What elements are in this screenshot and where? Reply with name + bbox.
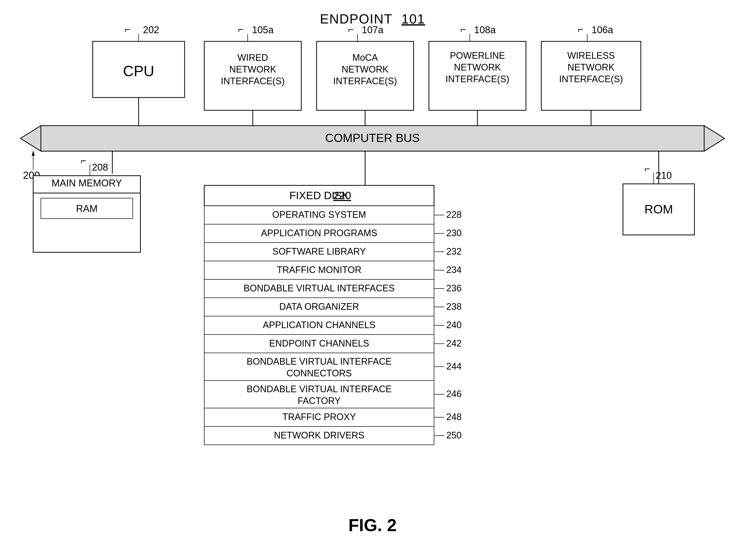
svg-text:⌐: ⌐ [348,24,354,35]
diagram: ENDPOINT 101 202 ⌐ 105a ⌐ 107a ⌐ 108a ⌐ … [0,0,745,560]
svg-marker-46 [32,151,35,156]
svg-text:WIRED: WIRED [237,52,268,63]
svg-text:FACTORY: FACTORY [298,396,341,406]
svg-text:234: 234 [446,265,462,275]
svg-text:NETWORK: NETWORK [229,64,276,74]
svg-text:208: 208 [92,162,108,173]
svg-text:MoCA: MoCA [352,52,378,63]
svg-text:COMPUTER BUS: COMPUTER BUS [325,131,420,145]
svg-text:WIRELESS: WIRELESS [567,50,615,61]
svg-text:NETWORK: NETWORK [568,62,615,72]
svg-text:POWERLINE: POWERLINE [450,50,505,61]
svg-text:⌐: ⌐ [460,24,466,35]
svg-text:228: 228 [446,209,462,220]
svg-text:INTERFACE(S): INTERFACE(S) [446,74,509,84]
svg-text:SOFTWARE LIBRARY: SOFTWARE LIBRARY [272,246,366,257]
svg-text:⌐: ⌐ [644,163,650,174]
svg-text:107a: 107a [362,25,384,35]
svg-text:238: 238 [446,301,462,312]
svg-text:220: 220 [333,189,351,201]
svg-text:OPERATING SYSTEM: OPERATING SYSTEM [272,209,366,220]
svg-text:NETWORK: NETWORK [454,62,501,72]
svg-text:232: 232 [446,246,462,257]
svg-text:RAM: RAM [76,203,98,214]
svg-text:210: 210 [656,170,672,181]
svg-text:244: 244 [446,361,462,372]
svg-text:108a: 108a [474,25,496,35]
svg-marker-42 [704,126,724,151]
svg-text:246: 246 [446,388,462,399]
svg-marker-41 [21,126,41,151]
svg-text:NETWORK DRIVERS: NETWORK DRIVERS [274,430,364,440]
svg-text:ROM: ROM [644,203,673,216]
svg-text:BONDABLE VIRTUAL INTERFACE: BONDABLE VIRTUAL INTERFACE [247,384,392,394]
svg-text:230: 230 [446,228,462,238]
svg-text:105a: 105a [252,25,274,35]
svg-text:BONDABLE VIRTUAL INTERFACES: BONDABLE VIRTUAL INTERFACES [244,283,395,293]
svg-text:240: 240 [446,320,462,330]
diagram-svg: 202 ⌐ 105a ⌐ 107a ⌐ 108a ⌐ 106a ⌐ CPU WI… [0,0,745,560]
svg-text:INTERFACE(S): INTERFACE(S) [221,76,285,86]
svg-text:MAIN MEMORY: MAIN MEMORY [52,178,122,188]
svg-text:INTERFACE(S): INTERFACE(S) [333,76,397,86]
svg-text:⌐: ⌐ [238,24,244,35]
svg-text:BONDABLE VIRTUAL INTERFACE: BONDABLE VIRTUAL INTERFACE [247,356,392,367]
svg-text:202: 202 [143,25,159,35]
svg-text:⌐: ⌐ [81,155,86,166]
svg-text:TRAFFIC MONITOR: TRAFFIC MONITOR [277,265,361,275]
svg-text:TRAFFIC PROXY: TRAFFIC PROXY [282,412,356,422]
svg-text:DATA ORGANIZER: DATA ORGANIZER [279,301,359,312]
svg-text:ENDPOINT CHANNELS: ENDPOINT CHANNELS [269,338,369,348]
svg-text:CONNECTORS: CONNECTORS [287,368,352,378]
svg-text:242: 242 [446,338,462,348]
svg-text:NETWORK: NETWORK [342,64,389,74]
svg-text:⌐: ⌐ [125,24,130,35]
svg-text:106a: 106a [591,25,613,35]
svg-text:FIG. 2: FIG. 2 [349,515,397,535]
svg-text:APPLICATION CHANNELS: APPLICATION CHANNELS [263,320,375,330]
svg-text:248: 248 [446,412,462,422]
svg-text:250: 250 [446,430,462,440]
svg-text:236: 236 [446,283,462,293]
svg-text:APPLICATION PROGRAMS: APPLICATION PROGRAMS [261,228,377,238]
svg-text:CPU: CPU [123,63,154,79]
svg-text:INTERFACE(S): INTERFACE(S) [559,74,623,84]
svg-text:⌐: ⌐ [578,24,583,35]
